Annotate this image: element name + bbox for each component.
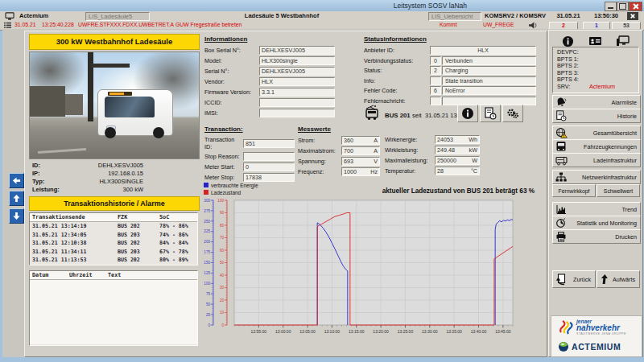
server-name: KOMSRV2 / KOMSRV (483, 11, 547, 20)
info-icon (461, 107, 474, 120)
col-text: Text (108, 271, 197, 279)
sidebar-item-fahrzeugkennungen[interactable]: Fahrzeugkennungen (552, 139, 641, 154)
sidebar-item-fernwirkkopf[interactable]: Fernwirkkopf (552, 184, 596, 197)
table-row[interactable]: 31.05.21 12:34:05BUS 20374% - 86% (30, 231, 197, 240)
sidebar-label: Ladeinfrastruktur (568, 157, 640, 164)
sidebar-item-drucken[interactable]: Drucken (552, 229, 641, 244)
network-icon (555, 172, 568, 183)
informationen-title: Informationen (204, 35, 340, 43)
table-cell: BUS 202 (118, 222, 159, 231)
bell-icon (555, 97, 568, 108)
field-label: Meter Start: (204, 163, 243, 171)
legend-label: verbrauchte Energie (211, 183, 258, 188)
svg-text:200: 200 (204, 240, 210, 244)
logo-text: ACTEMIUM (572, 342, 621, 352)
svg-text:10: 10 (220, 311, 225, 315)
upwards-button[interactable]: Aufwärts (597, 270, 640, 288)
logo-panel: jenaer nahverkehr STADTWERKE JENA GRUPPE… (551, 315, 642, 357)
history-header: Transaktionsende FZK SoC (30, 213, 197, 222)
info-icon (562, 35, 574, 47)
svg-text:13:20:00: 13:20:00 (373, 329, 389, 334)
horn-acknowledge-icon[interactable] (528, 22, 538, 29)
history-title: Transaktionshistorie / Alarme (29, 196, 200, 211)
table-cell: 31.05.21 12:10:38 (30, 239, 118, 248)
panel-close-button[interactable] (627, 12, 638, 20)
field-value: 0 (246, 163, 249, 171)
field-label: Wirkenergie: (385, 136, 435, 143)
svg-text:75: 75 (206, 292, 211, 296)
settings-button[interactable] (502, 105, 523, 122)
table-row[interactable]: 31.05.21 11:13:53BUS 20280% - 89% (30, 256, 197, 265)
table-cell: 31.05.21 11:13:53 (30, 256, 118, 265)
close-button[interactable] (629, 2, 642, 11)
messwerte-panel-col2: Wirkenergie:24053Wh Wirkleistung:249.48k… (385, 135, 480, 177)
svg-text:13:25:00: 13:25:00 (398, 329, 414, 334)
document-clock-icon (484, 107, 497, 120)
device-status-panel: DEVPC: BPTS 1: BPTS 2: BPTS 3: BPTS 4: S… (552, 47, 639, 93)
sidebar-item-ladeinfrastruktur[interactable]: Ladeinfrastruktur (552, 153, 641, 167)
svg-text:70: 70 (220, 236, 225, 240)
sidebar-item-netzwerkinfrastruktur[interactable]: Netzwerkinfrastruktur (552, 170, 641, 184)
svg-text:100: 100 (217, 199, 224, 203)
field-label: IMSI: (204, 109, 259, 117)
maximize-button[interactable] (617, 2, 629, 11)
nav-up-button[interactable] (9, 191, 24, 206)
field-unit: °C (469, 167, 477, 175)
connected-vehicle: BUS 201 (385, 112, 411, 119)
back-button[interactable]: Zurück (552, 270, 596, 288)
table-row[interactable]: 31.05.21 11:34:11BUS 20367% - 78% (30, 248, 197, 257)
jenaer-swoosh-icon (558, 319, 574, 335)
gears-icon (506, 107, 519, 120)
jenaer-nahverkehr-logo: jenaer nahverkehr STADTWERKE JENA GRUPPE (558, 319, 626, 335)
table-row[interactable]: 31.05.21 13:14:19BUS 20278% - 86% (30, 222, 197, 231)
field-label: Vendor: (204, 78, 259, 85)
log-history-button[interactable] (480, 105, 501, 122)
messwerte-title: Messwerte (298, 125, 380, 133)
sidebar-item-gesamtuebersicht[interactable]: Gesamtübersicht (552, 125, 641, 140)
arrow-up-icon (12, 194, 21, 203)
view-name-right: LIS_Uebersicht (428, 12, 481, 21)
svg-text:13:10:00: 13:10:00 (324, 329, 341, 334)
detail-label: IP: (32, 170, 66, 177)
field-label: Stop Reason: (204, 153, 243, 160)
sidebar-label: Statistik und Monitoring (568, 220, 640, 227)
table-cell: 80% - 89% (159, 256, 197, 265)
svg-text:90: 90 (220, 211, 225, 215)
sidebar-item-trend[interactable]: Trend (552, 202, 641, 216)
transaction-title: Transaction: (204, 125, 295, 133)
minimize-button[interactable] (605, 2, 617, 11)
sidebar-item-statistik[interactable]: Statistik und Monitoring (552, 216, 641, 230)
legend-label: Ladezustand (211, 190, 241, 195)
device-value: Actemium (589, 84, 615, 91)
window-title: Leitsystem SOSV laNah (394, 2, 467, 10)
sidebar-label: Schwellwert (597, 188, 639, 194)
sidebar-item-historie[interactable]: Historie (552, 109, 641, 123)
nav-left-button[interactable] (9, 173, 24, 188)
svg-text:250: 250 (204, 220, 210, 224)
table-row[interactable]: 31.05.21 12:10:38BUS 20284% - 84% (30, 239, 197, 248)
svg-text:60: 60 (220, 249, 225, 253)
alarm-table: Datum Uhrzeit Text (29, 270, 198, 346)
arrow-left-icon (12, 176, 21, 185)
page-title: Ladesäule 5 Westbahnhof (201, 11, 362, 20)
svg-text:12:55:00: 12:55:00 (251, 329, 267, 334)
table-cell: BUS 203 (118, 248, 159, 257)
field-label: ICCID: (204, 99, 259, 106)
status-code: 6 (430, 86, 441, 95)
bus-image (97, 89, 173, 136)
nav-down-button[interactable] (9, 208, 24, 224)
sidebar-label: Netzwerkinfrastruktur (568, 174, 640, 181)
svg-text:13:15:00: 13:15:00 (349, 329, 365, 334)
field-unit: V (371, 158, 378, 165)
svg-text:50: 50 (206, 302, 211, 306)
field-value: 28 (437, 167, 444, 175)
alarm-source: UW_FREGE (483, 21, 514, 29)
table-cell: 67% - 78% (159, 248, 197, 257)
actemium-logo: ACTEMIUM (558, 341, 621, 352)
info-button[interactable] (457, 105, 478, 122)
sidebar-item-schwellwert[interactable]: Schwellwert (597, 184, 640, 197)
sidebar-item-alarmliste[interactable]: Alarmliste (552, 95, 641, 109)
field-label: Wirkleistung: (385, 146, 435, 154)
field-label: Box Serial N°: (204, 47, 259, 54)
bus-pantograph-icon (364, 103, 382, 121)
